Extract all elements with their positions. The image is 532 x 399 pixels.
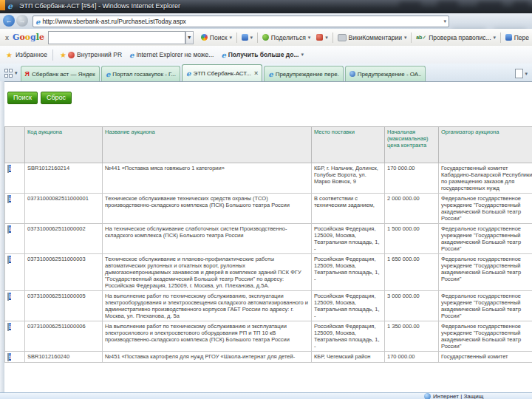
share-icon <box>262 34 269 41</box>
wiki-comments-button[interactable]: ВикиКомментарии ▾ <box>335 31 410 44</box>
start-price: 1 650 000.00 <box>385 254 439 291</box>
reset-button[interactable]: Сброс <box>41 92 72 104</box>
favorite-item-ie-error[interactable]: e Internet Explorer не може... <box>129 51 214 59</box>
start-price: 2 000 000.00 <box>385 194 439 224</box>
search-button[interactable]: Поиск <box>7 92 38 104</box>
organizer: Федеральное государственное учреждение "… <box>439 254 532 291</box>
zone-label: Интернет | Защищ <box>433 393 483 399</box>
chevron-down-icon: ▾ <box>525 71 528 77</box>
favorites-star-icon[interactable]: ★ <box>6 51 13 59</box>
close-tab-icon[interactable]: × <box>254 69 258 77</box>
title-bar: e ЭТП Сбербанк-АСТ [#54] - Windows Inter… <box>0 0 532 13</box>
internet-zone-icon <box>424 393 431 399</box>
tab-warning-1[interactable]: e Предупреждение пере... <box>264 66 343 81</box>
info-icon[interactable]: i <box>9 323 11 330</box>
auction-name: На техническое обслуживание слаботочных … <box>103 224 312 254</box>
browser-window: e ЭТП Сбербанк-АСТ [#54] - Windows Inter… <box>0 0 532 399</box>
chevron-down-icon: ▾ <box>325 35 328 41</box>
toolbar-extra-button[interactable]: ▾ <box>239 31 256 44</box>
forward-button[interactable]: → <box>16 15 28 27</box>
separator <box>411 33 412 43</box>
info-icon[interactable]: i <box>9 256 11 263</box>
table-row: i 0373100062511000006 На выполнение рабо… <box>5 321 532 352</box>
table-row: i SBR1012160214 №441 «Поставка мяса говя… <box>5 163 532 194</box>
auction-name: Техническое обслуживание и планово-профи… <box>103 254 312 291</box>
auction-code: 03731000082511000001 <box>25 194 103 224</box>
table-row: i SBR1012160240 №451 «Поставка картофеля… <box>5 352 532 363</box>
info-icon[interactable]: i <box>9 225 11 233</box>
google-logo: Google <box>13 33 44 42</box>
address-dropdown-icon[interactable]: ▾ <box>443 18 446 24</box>
chevron-down-icon: ▾ <box>308 35 311 41</box>
auction-code: SBR1012160214 <box>25 163 103 194</box>
share-button[interactable]: Поделиться ▾ <box>259 31 313 44</box>
separator <box>257 33 258 43</box>
address-toolbar: ← → e http://www.sberbank-ast.ru/Purchas… <box>0 13 532 30</box>
blur-artifact <box>437 1 458 11</box>
page-menu-button[interactable]: ▾ <box>515 69 528 78</box>
translate-button[interactable]: Пере <box>502 31 532 44</box>
google-toolbar: x Google ▼ Поиск ▾ ▾ Поделиться ▾ ▾ Вики… <box>0 29 532 47</box>
google-ball-icon <box>201 34 208 41</box>
table-row: i 0373100062511000005 На выполнение рабо… <box>5 291 532 321</box>
auction-code: 0373100062511000003 <box>25 254 103 291</box>
start-price: 1 350 000.00 <box>385 321 439 352</box>
chevron-down-icon: ▾ <box>229 35 232 41</box>
organizer: Федеральное государственное учреждение "… <box>439 224 532 254</box>
tab-warning-oao[interactable]: Предупреждение - ОА... <box>345 66 426 81</box>
tab-list-dropdown-icon[interactable]: ▾ <box>15 70 18 76</box>
window-controls-blur <box>513 1 529 11</box>
add-favorite-star-icon[interactable]: ★ <box>60 51 66 59</box>
info-icon[interactable]: i <box>9 293 11 300</box>
table-header-row: Код аукциона Название аукциона Место пос… <box>5 127 532 163</box>
organizer: Федеральное государственное учреждение "… <box>439 194 532 224</box>
autofill-button[interactable]: ▾ <box>313 31 331 44</box>
separator <box>500 33 501 43</box>
auction-code: SBR1012160240 <box>25 352 103 363</box>
table-row: i 0373100062511000003 Техническое обслуж… <box>5 254 532 291</box>
info-icon[interactable]: i <box>9 165 11 172</box>
status-bar: Интернет | Защищ <box>0 392 532 399</box>
organizer: Федеральное государственное учреждение "… <box>439 321 532 352</box>
google-search-button[interactable]: Поиск ▾ <box>198 31 235 44</box>
delivery-place: Российская Федерация, 125009, Москва, Те… <box>312 254 385 291</box>
page-content: Поиск Сброс Код аукциона Название аукцио… <box>4 81 532 395</box>
delivery-place: Российская Федерация, 125009, Москва, Те… <box>312 291 385 321</box>
price-column-header: Начальная (максимальная) цена контракта <box>385 127 439 163</box>
toolbar-close-button[interactable]: x <box>5 34 9 41</box>
tab-sberbank-ast-active[interactable]: e ЭТП Сбербанк-АСТ... × <box>182 64 262 81</box>
quick-tabs-icon[interactable] <box>4 69 13 78</box>
tab-goszakupki-portal[interactable]: e Портал госзакупок - Г... <box>101 66 180 81</box>
info-icon[interactable]: i <box>9 353 11 361</box>
delivery-place: Российская Федерация, 125009, Москва, Те… <box>312 321 385 352</box>
organizer-column-header: Организатор аукциона <box>439 127 532 163</box>
chevron-down-icon: ▾ <box>250 35 253 41</box>
auction-code: 0373100062511000006 <box>25 321 103 352</box>
site-icon <box>349 71 355 77</box>
table-row: i 03731000082511000001 Техническое обслу… <box>5 194 532 224</box>
place-column-header: Место поставки <box>312 127 385 163</box>
auction-name: На выполнение работ по техническому обсл… <box>103 291 312 321</box>
start-price: 170 000.00 <box>385 352 439 363</box>
favorite-item-internal-pr[interactable]: Внутренний PR <box>68 51 122 58</box>
ie-logo-icon: e <box>7 2 13 10</box>
delivery-place: КБР, г. Нальчик, Долинск, Голубые Ворота… <box>312 163 385 194</box>
page-icon <box>515 69 523 78</box>
auction-name: Техническое обслуживание технических сре… <box>103 194 312 224</box>
address-bar[interactable]: e http://www.sberbank-ast.ru/PurchaseLis… <box>33 16 449 27</box>
search-history-dropdown-icon[interactable]: ▼ <box>185 31 194 44</box>
back-button[interactable]: ← <box>3 15 15 27</box>
chevron-down-icon: ▾ <box>301 52 304 58</box>
auction-code: 0373100062511000005 <box>25 291 103 321</box>
separator <box>52 50 53 61</box>
google-search-input[interactable] <box>48 31 185 44</box>
tab-yandex-sberbank[interactable]: Я Сбербанк аст — Яндекс.. <box>21 66 100 81</box>
spellcheck-button[interactable]: ab✓ Проверка правопис... ▾ <box>413 31 499 44</box>
name-column-header: Название аукциона <box>103 127 312 163</box>
favorites-label[interactable]: Избранное <box>16 51 47 58</box>
favorite-item-get-more[interactable]: e Получить больше до... ▾ <box>221 51 304 59</box>
info-icon[interactable]: i <box>9 195 11 202</box>
speech-bubble-icon <box>338 34 347 41</box>
bookmark-icon <box>242 34 248 41</box>
auction-name: №451 «Поставка картофеля для нужд РГОУ «… <box>103 352 312 363</box>
